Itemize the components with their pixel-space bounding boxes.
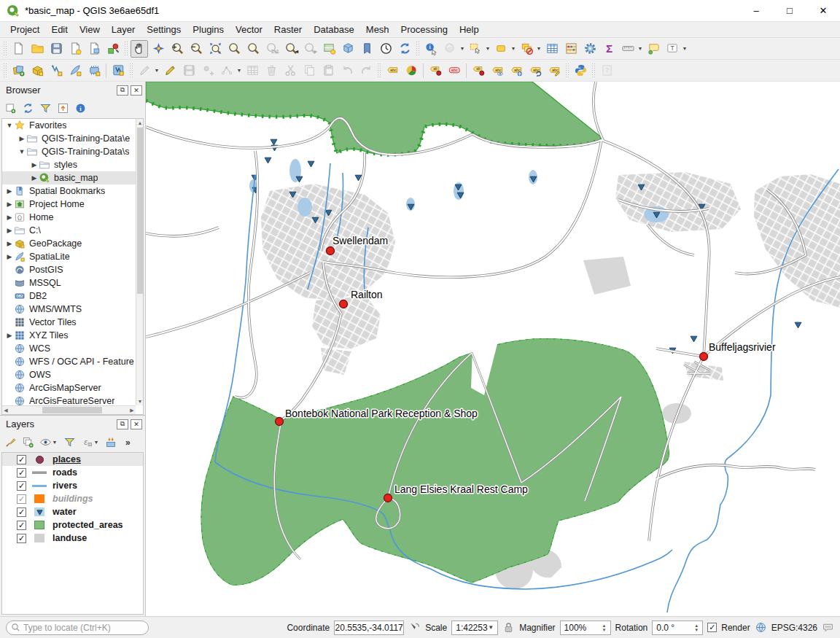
layer-row-landuse[interactable]: ✓landuse [2,532,143,545]
layer-labeling-button[interactable] [384,62,401,79]
menu-project[interactable]: Project [4,23,45,36]
extents-toggle-icon[interactable] [408,621,421,634]
expand-arrow-icon[interactable]: ▶ [5,214,14,221]
layer-checkbox[interactable]: ✓ [17,494,26,504]
measure-button[interactable] [619,40,637,58]
toolbar-grip[interactable] [3,63,7,79]
browser-item-wfs[interactable]: WFS / OGC API - Feature [2,355,136,368]
menu-settings[interactable]: Settings [141,23,187,36]
browser-item-arcgis-map-server[interactable]: ArcGisMapServer [2,381,136,394]
zoom-full-button[interactable] [206,40,224,58]
menu-vector[interactable]: Vector [230,23,268,36]
browser-item-spatial-bookmarks[interactable]: ▶Spatial Bookmarks [2,184,136,198]
zoom-out-button[interactable]: − [187,40,205,58]
toolbar-grip[interactable] [129,63,133,79]
browser-item-c-drive[interactable]: ▶C:\ [2,224,136,237]
menu-edit[interactable]: Edit [45,23,73,36]
browser-horizontal-scrollbar[interactable]: ◀▶ [2,405,136,414]
menu-raster[interactable]: Raster [268,23,308,36]
refresh-map-button[interactable] [396,40,413,58]
messages-icon[interactable] [822,621,834,634]
new-geopackage-layer-button[interactable] [28,62,46,79]
paste-features-button[interactable] [319,62,337,79]
pin-labels-button[interactable] [427,62,444,79]
toolbar-grip[interactable] [565,63,569,79]
zoom-to-layer-button[interactable] [244,40,262,58]
new-memory-layer-button[interactable] [85,62,103,79]
dropdown-arrow-icon[interactable]: ▼ [93,440,99,445]
rotate-label-button[interactable] [526,62,544,79]
expand-arrow-icon[interactable]: ▶ [5,332,14,339]
processing-toolbox-button[interactable] [581,40,599,58]
browser-item-home[interactable]: ▶Home [2,211,136,224]
dropdown-arrow-icon[interactable]: ▼ [637,46,643,51]
expand-arrow-icon[interactable]: ▶ [5,227,14,234]
cut-features-button[interactable] [281,62,299,79]
crs-value[interactable]: EPSG:4326 [771,623,817,633]
identify-features-button[interactable] [422,40,440,58]
zoom-last-button[interactable]: ◂ [282,40,300,58]
expand-arrow-icon[interactable]: ▶ [5,253,14,260]
new-map-view-button[interactable] [320,40,338,58]
run-feature-action-button[interactable] [441,40,459,58]
browser-refresh-button[interactable] [22,102,34,114]
browser-item-xyz-tiles[interactable]: ▶XYZ Tiles [2,329,136,342]
layer-row-places[interactable]: ✓places [2,453,143,466]
show-hide-labels-button[interactable] [489,62,506,79]
show-bookmarks-button[interactable] [358,40,376,58]
dropdown-arrow-icon[interactable]: ▼ [510,46,516,51]
show-statistics-button[interactable] [600,40,618,58]
locate-box[interactable] [6,621,149,635]
dropdown-arrow-icon[interactable]: ▼ [52,440,58,445]
expand-collapse-all-button[interactable] [105,436,117,448]
locate-input[interactable] [23,623,133,633]
deselect-all-button[interactable] [518,40,535,58]
toolbar-grip[interactable] [416,41,420,57]
pan-map-button[interactable] [131,40,148,58]
browser-item-geopackage[interactable]: ▶GeoPackage [2,237,136,250]
new-print-layout-button[interactable] [66,40,84,58]
modify-attributes-button[interactable] [244,62,261,79]
scroll-up-arrow[interactable]: ▲ [136,119,144,127]
scrollbar-thumb[interactable] [137,128,143,294]
menu-processing[interactable]: Processing [395,23,454,36]
browser-float-button[interactable]: ⧉ [117,85,128,96]
expand-arrow-icon[interactable]: ▶ [5,201,14,208]
toggle-label-pins-button[interactable] [470,62,487,79]
scale-lock-icon[interactable] [502,621,515,634]
toolbar-grip[interactable] [124,41,128,57]
layer-row-rivers[interactable]: ✓rivers [2,479,143,492]
layers-close-button[interactable]: ✕ [131,419,142,429]
change-label-button[interactable] [545,62,563,79]
expand-arrow-icon[interactable]: ▶ [30,174,39,182]
coordinate-field[interactable]: 20.5535,-34.0117 [334,621,404,635]
dropdown-arrow-icon[interactable]: ▼ [536,46,542,51]
save-project-button[interactable] [47,40,65,58]
browser-item-ows[interactable]: OWS [2,368,136,381]
filter-legend-button[interactable] [63,436,76,448]
layer-row-protected-areas[interactable]: ✓protected_areas [2,518,143,532]
crs-globe-icon[interactable] [755,621,767,634]
layer-checkbox[interactable]: ✓ [17,507,26,517]
browser-item-arcgis-feature-server[interactable]: ArcGisFeatureServer [2,394,136,405]
browser-collapse-all-button[interactable] [57,102,69,114]
browser-properties-button[interactable] [74,102,87,114]
menu-plugins[interactable]: Plugins [187,23,230,36]
panel-overflow-button[interactable]: » [125,437,131,448]
data-source-manager-button[interactable] [9,62,27,79]
field-calculator-button[interactable] [562,40,580,58]
browser-item-training-data-e[interactable]: ▶QGIS-Training-Data\e [2,132,136,145]
browser-item-favorites[interactable]: ▼Favorites [2,119,136,132]
toolbar-grip[interactable] [3,41,7,57]
move-label-button[interactable] [508,62,525,79]
open-project-button[interactable] [28,40,46,58]
menu-database[interactable]: Database [308,23,360,36]
dropdown-arrow-icon[interactable]: ▼ [488,624,494,631]
map-canvas[interactable]: Swellendam Railton Buffeljagsrivier Bont… [146,82,840,616]
python-console-button[interactable] [572,62,589,79]
browser-item-vector-tiles[interactable]: Vector Tiles [2,316,136,329]
new-shapefile-layer-button[interactable] [47,62,65,79]
rotation-spinbox[interactable]: 0.0 °▲▼ [652,621,703,635]
browser-item-project-home[interactable]: ▶Project Home [2,198,136,211]
layer-styling-button[interactable] [4,436,17,448]
